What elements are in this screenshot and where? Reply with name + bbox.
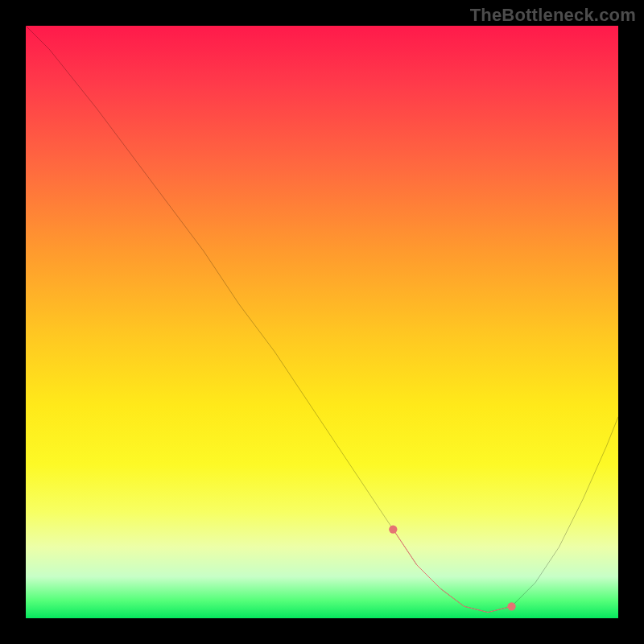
watermark-text: TheBottleneck.com: [470, 5, 636, 26]
plot-area: [26, 26, 618, 618]
gradient-background: [26, 26, 618, 618]
chart-stage: TheBottleneck.com: [0, 0, 644, 644]
